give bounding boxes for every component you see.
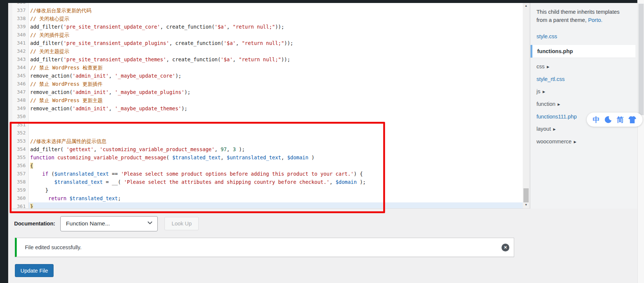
code-text: remove_action('admin_init', '_maybe_upda…	[29, 72, 523, 80]
code-text: {	[29, 162, 523, 170]
folder-item-js[interactable]: js▶	[536, 88, 637, 95]
code-line-350[interactable]: 350	[12, 113, 523, 121]
simplified-chinese-icon[interactable]: 简	[616, 116, 624, 123]
code-line-353[interactable]: 353//修改未选择产品属性的提示信息	[12, 137, 523, 145]
scroll-down-icon[interactable]: ▼	[523, 202, 529, 208]
code-line-343[interactable]: 343add_filter('pre_site_transient_update…	[12, 55, 523, 64]
code-text	[29, 3, 523, 6]
documentation-label: Documentation:	[14, 221, 55, 227]
line-number: 351	[12, 121, 29, 129]
update-file-button[interactable]: Update File	[15, 264, 54, 277]
theme-file-list: style.cssfunctions.phpcss▶style_rtl.cssj…	[536, 33, 637, 146]
code-text: remove_action('admin_init', '_maybe_upda…	[29, 104, 523, 113]
line-number: 344	[12, 64, 29, 72]
code-line-355[interactable]: 355function customizing_variable_product…	[12, 153, 523, 162]
code-line-357[interactable]: 357 if ($untranslated_text == 'Please se…	[12, 170, 523, 178]
code-line-356[interactable]: 356{	[12, 162, 523, 170]
file-item-style.css[interactable]: style.css	[536, 33, 637, 40]
code-editor[interactable]: 336337//修改后台显示更新的代码338// 关闭核心提示339add_fi…	[12, 3, 530, 209]
folder-label: js	[536, 88, 540, 94]
code-text: // 禁止 WordPress 检查更新	[29, 64, 523, 72]
code-text: // 关闭核心提示	[29, 14, 523, 23]
moon-icon[interactable]	[604, 116, 612, 124]
code-line-349[interactable]: 349remove_action('admin_init', '_maybe_u…	[12, 104, 523, 113]
folder-item-function[interactable]: function▶	[536, 100, 637, 108]
code-text	[29, 113, 523, 121]
code-text: if ($untranslated_text == 'Please select…	[29, 170, 523, 178]
code-text: $translated_text = __( 'Please select th…	[29, 178, 523, 186]
code-line-352[interactable]: 352	[12, 129, 523, 137]
code-text: }	[29, 202, 523, 209]
code-line-354[interactable]: 354add_filter( 'gettext', 'customizing_v…	[12, 145, 523, 153]
line-number: 339	[12, 23, 29, 31]
folder-item-css[interactable]: css▶	[536, 63, 637, 71]
shirt-icon[interactable]	[628, 116, 637, 124]
code-line-359[interactable]: 359 }	[12, 186, 523, 194]
line-number: 356	[12, 162, 29, 170]
line-number: 341	[12, 39, 29, 47]
code-line-341[interactable]: 341add_filter('pre_site_transient_update…	[12, 39, 523, 47]
line-number: 357	[12, 170, 29, 178]
code-text	[29, 129, 523, 137]
code-line-340[interactable]: 340// 关闭插件提示	[12, 31, 523, 39]
parent-theme-link[interactable]: Porto.	[588, 17, 603, 23]
editor-scrollbar[interactable]: ▲ ▼	[523, 3, 529, 208]
theme-files-sidebar: This child theme inherits templates from…	[530, 3, 637, 209]
code-line-344[interactable]: 344// 禁止 WordPress 检查更新	[12, 64, 523, 72]
scroll-up-icon[interactable]: ▲	[523, 3, 529, 9]
caret-right-icon: ▶	[558, 103, 560, 106]
file-item-style_rtl.css[interactable]: style_rtl.css	[536, 75, 637, 83]
code-line-338[interactable]: 338// 关闭核心提示	[12, 14, 523, 23]
caret-right-icon: ▶	[574, 140, 576, 144]
code-line-346[interactable]: 346// 禁止 WordPress 更新插件	[12, 80, 523, 88]
line-number: 336	[12, 3, 29, 6]
code-line-360[interactable]: 360 return $translated_text;	[12, 194, 523, 202]
code-line-336[interactable]: 336	[12, 3, 523, 6]
line-number: 345	[12, 72, 29, 80]
code-text: add_filter('pre_site_transient_update_pl…	[29, 39, 523, 47]
code-line-361[interactable]: 361}	[12, 202, 523, 209]
look-up-button[interactable]: Look Up	[164, 217, 199, 230]
line-number: 338	[12, 14, 29, 23]
code-text: add_filter('pre_site_transient_update_co…	[29, 23, 523, 31]
page-scrollbar-thumb[interactable]	[638, 4, 644, 115]
editor-scrollbar-thumb[interactable]	[523, 188, 529, 202]
translate-widget: 中简	[587, 113, 643, 127]
chinese-icon[interactable]: 中	[593, 116, 600, 123]
code-text: remove_action('admin_init', '_maybe_upda…	[29, 88, 523, 96]
code-text: return $translated_text;	[29, 194, 523, 202]
code-line-347[interactable]: 347remove_action('admin_init', '_maybe_u…	[12, 88, 523, 96]
code-line-339[interactable]: 339add_filter('pre_site_transient_update…	[12, 23, 523, 31]
line-number: 347	[12, 88, 29, 96]
line-number: 354	[12, 145, 29, 153]
dismiss-notice-icon[interactable]: ✕	[502, 244, 509, 251]
code-text: function customizing_variable_product_me…	[29, 153, 523, 162]
file-item-active-functions.php[interactable]: functions.php	[531, 45, 635, 58]
code-text: add_filter('pre_site_transient_update_th…	[29, 55, 523, 64]
line-number: 355	[12, 153, 29, 162]
code-line-348[interactable]: 348// 禁止 WordPress 更新主题	[12, 96, 523, 104]
code-line-345[interactable]: 345remove_action('admin_init', '_maybe_u…	[12, 72, 523, 80]
notice-message: File edited successfully.	[25, 244, 502, 250]
code-text: //修改未选择产品属性的提示信息	[29, 137, 523, 145]
line-number: 360	[12, 194, 29, 202]
line-number: 342	[12, 47, 29, 55]
code-text: //修改后台显示更新的代码	[29, 6, 523, 14]
page-scrollbar[interactable]	[637, 0, 644, 283]
code-text: add_filter( 'gettext', 'customizing_vari…	[29, 145, 523, 153]
folder-item-woocommerce[interactable]: woocommerce▶	[536, 138, 637, 146]
function-name-select[interactable]: Function Name...	[60, 216, 158, 231]
code-line-351[interactable]: 351	[12, 121, 523, 129]
line-number: 350	[12, 113, 29, 121]
caret-right-icon: ▶	[547, 65, 550, 69]
line-number: 340	[12, 31, 29, 39]
code-line-337[interactable]: 337//修改后台显示更新的代码	[12, 6, 523, 14]
admin-menu-strip	[0, 0, 8, 283]
code-text: // 禁止 WordPress 更新主题	[29, 96, 523, 104]
folder-label: function	[536, 101, 555, 107]
code-text	[29, 121, 523, 129]
line-number: 353	[12, 137, 29, 145]
code-line-342[interactable]: 342// 关闭主题提示	[12, 47, 523, 55]
line-number: 358	[12, 178, 29, 186]
code-line-358[interactable]: 358 $translated_text = __( 'Please selec…	[12, 178, 523, 186]
